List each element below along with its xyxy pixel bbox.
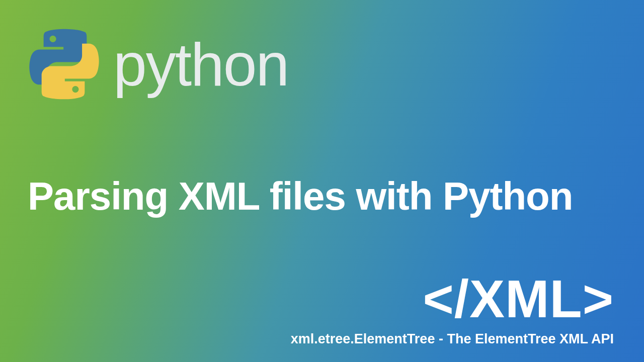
main-title: Parsing XML files with Python <box>28 173 616 219</box>
logo-area: python <box>28 28 288 101</box>
python-logo-icon <box>28 28 101 101</box>
xml-closing-tag: </XML> <box>423 269 614 329</box>
subtitle: xml.etree.ElementTree - The ElementTree … <box>291 331 614 347</box>
python-wordmark: python <box>113 30 288 99</box>
